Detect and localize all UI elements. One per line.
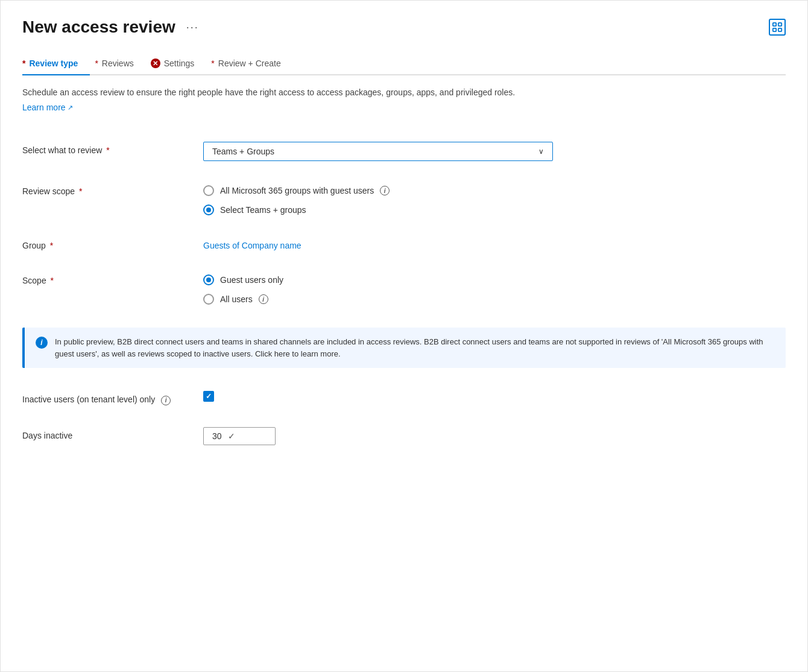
scope2-guest-only-label: Guest users only (220, 275, 283, 285)
days-inactive-row: Days inactive 30 ✓ (22, 416, 786, 456)
radio-inner-select-teams (206, 208, 211, 212)
radio-outer-all-ms365 (203, 185, 214, 196)
days-inactive-content: 30 ✓ (203, 427, 786, 445)
inactive-users-content: ✓ (203, 391, 786, 402)
svg-rect-1 (778, 23, 781, 26)
svg-rect-3 (778, 28, 781, 31)
radio-outer-select-teams (203, 204, 214, 215)
checkbox-checkmark: ✓ (206, 392, 212, 401)
tab-reviews-label: Reviews (102, 59, 134, 68)
scope2-all-users[interactable]: All users i (203, 294, 786, 305)
page-header: New access review ··· (22, 17, 786, 37)
scope2-radio-group: Guest users only All users i (203, 272, 786, 305)
group-link-text: Guests of Company name (203, 241, 301, 250)
external-link-icon: ↗ (68, 103, 73, 113)
tab-review-type[interactable]: * Review type (22, 54, 90, 74)
scope-option-all-ms365-label: All Microsoft 365 groups with guest user… (220, 186, 374, 195)
radio-inner-guest-only (206, 277, 211, 282)
required-star-3: * (48, 241, 53, 250)
page-title: New access review (22, 17, 175, 37)
scope-content: Guest users only All users i (203, 272, 786, 305)
radio-outer-all-users (203, 294, 214, 305)
days-checkmark-icon: ✓ (228, 431, 235, 441)
tab-required-star-2: * (95, 59, 98, 68)
group-link[interactable]: Guests of Company name (203, 237, 301, 250)
inactive-users-label: Inactive users (on tenant level) only i (22, 391, 191, 405)
inactive-users-row: Inactive users (on tenant level) only i … (22, 380, 786, 416)
review-scope-label: Review scope * (22, 183, 191, 196)
tab-error-icon: ✕ (151, 59, 160, 68)
inactive-users-checkbox-item: ✓ (203, 391, 786, 402)
tab-settings[interactable]: ✕ Settings (151, 54, 207, 74)
info-icon-all-ms365[interactable]: i (380, 186, 390, 195)
select-review-label: Select what to review * (22, 142, 191, 155)
tab-required-star-3: * (211, 59, 214, 68)
info-icon-all-users[interactable]: i (259, 294, 268, 304)
focus-mode-icon[interactable] (769, 19, 786, 36)
group-label: Group * (22, 237, 191, 250)
inactive-users-checkbox[interactable]: ✓ (203, 391, 214, 402)
svg-rect-0 (773, 23, 776, 26)
scope-row: Scope * Guest users only All users i (22, 261, 786, 315)
scope2-all-users-label: All users (220, 294, 253, 304)
tab-required-star: * (22, 59, 25, 68)
select-review-row: Select what to review * Teams + Groups ∨ (22, 131, 786, 172)
radio-outer-guest-only (203, 274, 214, 285)
learn-more-label: Learn more (22, 101, 66, 114)
days-inactive-value: 30 (212, 431, 222, 441)
learn-more-link[interactable]: Learn more ↗ (22, 101, 73, 114)
tab-review-create[interactable]: * Review + Create (211, 54, 292, 74)
info-banner-text: In public preview, B2B direct connect us… (55, 336, 775, 360)
svg-rect-2 (773, 28, 776, 31)
scope-option-select-teams[interactable]: Select Teams + groups (203, 204, 786, 215)
info-banner-icon: i (36, 337, 48, 349)
days-inactive-input[interactable]: 30 ✓ (203, 427, 276, 445)
tabs-row: * Review type * Reviews ✕ Settings * Rev… (22, 54, 786, 75)
select-review-dropdown[interactable]: Teams + Groups ∨ (203, 142, 553, 161)
required-star-4: * (48, 276, 54, 285)
scope-radio-group: All Microsoft 365 groups with guest user… (203, 183, 786, 215)
group-content: Guests of Company name (203, 237, 786, 250)
tab-settings-label: Settings (164, 59, 195, 68)
review-scope-content: All Microsoft 365 groups with guest user… (203, 183, 786, 215)
group-row: Group * Guests of Company name (22, 226, 786, 261)
scope-label: Scope * (22, 272, 191, 285)
description-block: Schedule an access review to ensure the … (22, 86, 786, 114)
required-star-2: * (77, 186, 82, 196)
page-container: New access review ··· * Review type * Re… (0, 0, 808, 672)
info-icon-inactive[interactable]: i (161, 396, 171, 405)
info-banner: i In public preview, B2B direct connect … (22, 328, 786, 368)
scope-option-all-ms365[interactable]: All Microsoft 365 groups with guest user… (203, 185, 786, 196)
review-scope-row: Review scope * All Microsoft 365 groups … (22, 172, 786, 226)
required-star-1: * (104, 145, 109, 155)
scope2-guest-only[interactable]: Guest users only (203, 274, 786, 285)
dropdown-value: Teams + Groups (212, 147, 274, 156)
title-row: New access review ··· (22, 17, 203, 37)
ellipsis-button[interactable]: ··· (183, 19, 203, 36)
scope-option-select-teams-label: Select Teams + groups (220, 205, 306, 215)
description-text: Schedule an access review to ensure the … (22, 87, 515, 97)
tab-reviews[interactable]: * Reviews (95, 54, 145, 74)
tab-review-type-label: Review type (29, 59, 78, 68)
days-inactive-label: Days inactive (22, 427, 191, 440)
tab-review-create-label: Review + Create (218, 59, 281, 68)
chevron-down-icon: ∨ (538, 147, 544, 156)
select-review-content: Teams + Groups ∨ (203, 142, 786, 161)
form-section: Select what to review * Teams + Groups ∨… (22, 131, 786, 456)
